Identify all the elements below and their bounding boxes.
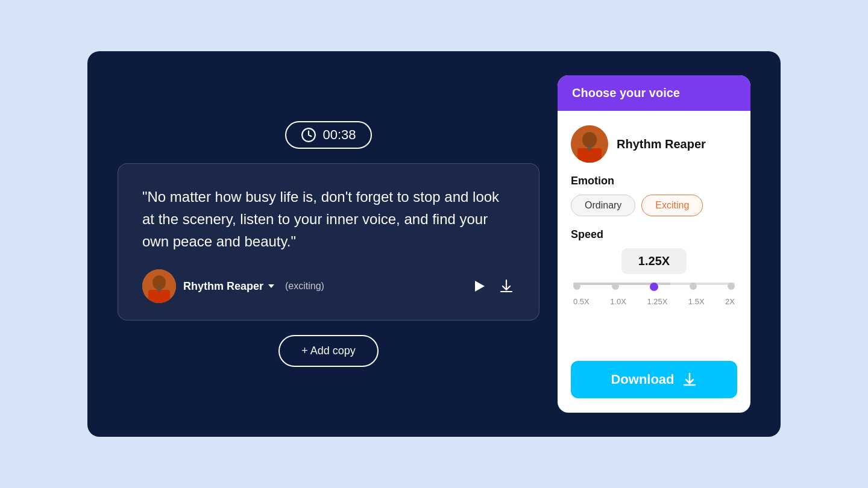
selected-voice-name: Rhythm Reaper — [617, 137, 706, 151]
download-button[interactable]: Download — [571, 361, 737, 398]
selected-avatar-svg — [571, 125, 608, 163]
emotion-ordinary-button[interactable]: Ordinary — [571, 195, 635, 216]
add-copy-button[interactable]: + Add copy — [278, 335, 379, 367]
speed-label-2: 1.25X — [647, 297, 667, 306]
selected-voice-row: Rhythm Reaper — [571, 125, 737, 163]
emotion-exciting-button[interactable]: Exciting — [641, 195, 703, 216]
voice-panel-header: Choose your voice — [558, 75, 750, 111]
speed-value: 1.25X — [621, 248, 687, 274]
speed-label-1: 1.0X — [610, 297, 626, 306]
speed-dot-2 — [650, 283, 658, 291]
emotion-section: Emotion Ordinary Exciting — [571, 175, 737, 216]
download-icon — [682, 372, 697, 387]
speed-section: Speed 1.25X 0.5X — [571, 228, 737, 306]
avatar — [142, 269, 176, 303]
voice-row: Rhythm Reaper (exciting) — [142, 269, 515, 303]
speed-dot-4 — [728, 283, 735, 290]
emotion-buttons: Ordinary Exciting — [571, 195, 737, 216]
download-small-icon — [498, 278, 515, 295]
svg-marker-5 — [268, 284, 274, 288]
svg-marker-6 — [475, 281, 485, 292]
download-label: Download — [611, 372, 674, 387]
play-button[interactable] — [470, 278, 487, 295]
left-panel: 00:38 "No matter how busy life is, don't… — [118, 121, 539, 368]
clock-icon — [301, 127, 316, 143]
main-container: 00:38 "No matter how busy life is, don't… — [87, 51, 781, 437]
emotion-label: Emotion — [571, 175, 737, 187]
avatar-svg — [142, 269, 176, 303]
speed-display: 1.25X — [571, 248, 737, 274]
timer-display: 00:38 — [322, 127, 356, 143]
voice-panel: Choose your voice Rhythm Reaper Emotion — [558, 75, 750, 413]
voice-emotion: (exciting) — [285, 281, 324, 292]
svg-rect-4 — [157, 287, 161, 292]
svg-rect-10 — [588, 145, 592, 151]
selected-voice-avatar — [571, 125, 608, 163]
speed-dot-0 — [573, 283, 580, 290]
speed-dot-1 — [612, 283, 619, 290]
speed-label-4: 2X — [725, 297, 735, 306]
speed-slider-container[interactable]: 0.5X 1.0X 1.25X 1.5X 2X — [571, 283, 737, 306]
speed-label-3: 1.5X — [688, 297, 705, 306]
play-icon — [470, 278, 487, 295]
speed-dots — [573, 283, 735, 291]
voice-controls — [470, 278, 515, 295]
speed-dot-3 — [690, 283, 697, 290]
voice-panel-body: Rhythm Reaper Emotion Ordinary Exciting … — [558, 111, 750, 413]
choose-voice-title: Choose your voice — [572, 86, 736, 100]
speed-label: Speed — [571, 228, 737, 241]
speed-labels: 0.5X 1.0X 1.25X 1.5X 2X — [573, 297, 735, 306]
dropdown-icon — [267, 282, 275, 290]
speed-label-0: 0.5X — [573, 297, 590, 306]
quote-text: "No matter how busy life is, don't forge… — [142, 186, 515, 253]
download-small-button[interactable] — [498, 278, 515, 295]
voice-name-label: Rhythm Reaper — [183, 280, 275, 293]
timer-badge: 00:38 — [285, 121, 371, 149]
quote-card: "No matter how busy life is, don't forge… — [118, 163, 539, 321]
